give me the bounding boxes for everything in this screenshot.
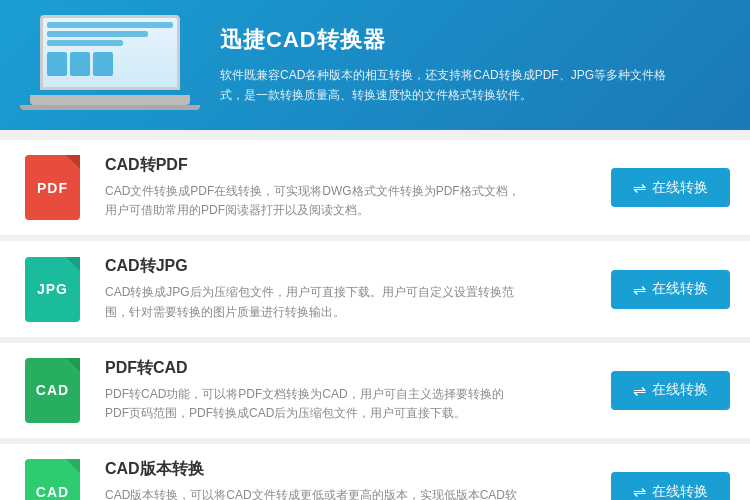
item-content-cad-to-pdf: CAD转PDF CAD文件转换成PDF在线转换，可实现将DWG格式文件转换为PD… [105,155,591,220]
convert-label-cad-to-jpg: 在线转换 [652,280,708,298]
item-content-pdf-to-cad: PDF转CAD PDF转CAD功能，可以将PDF文档转换为CAD，用户可自主义选… [105,358,591,423]
item-cad-to-jpg: JPG CAD转JPG CAD转换成JPG后为压缩包文件，用户可直接下载。用户可… [0,241,750,337]
item-desc-cad-to-pdf: CAD文件转换成PDF在线转换，可实现将DWG格式文件转换为PDF格式文档，用户… [105,182,525,220]
item-content-cad-version: CAD版本转换 CAD版本转换，可以将CAD文件转成更低或者更高的版本，实现低版… [105,459,591,500]
app-title: 迅捷CAD转换器 [220,25,680,55]
item-cad-version: CAD CAD版本转换 CAD版本转换，可以将CAD文件转成更低或者更高的版本，… [0,444,750,500]
convert-label-cad-to-pdf: 在线转换 [652,179,708,197]
pdf-label: PDF [37,180,68,196]
convert-icon-0: ⇌ [633,178,646,197]
item-content-cad-to-jpg: CAD转JPG CAD转换成JPG后为压缩包文件，用户可直接下载。用户可自定义设… [105,256,591,321]
item-cad-to-pdf: PDF CAD转PDF CAD文件转换成PDF在线转换，可实现将DWG格式文件转… [0,140,750,236]
file-icon-cad: CAD [25,358,80,423]
item-icon-pdf: PDF [20,155,85,220]
header-laptop-image [30,15,190,115]
convert-btn-cad-to-pdf[interactable]: ⇌ 在线转换 [611,168,730,207]
item-icon-jpg: JPG [20,257,85,322]
item-pdf-to-cad: CAD PDF转CAD PDF转CAD功能，可以将PDF文档转换为CAD，用户可… [0,343,750,439]
file-icon-cad2: CAD [25,459,80,500]
item-desc-cad-version: CAD版本转换，可以将CAD文件转成更低或者更高的版本，实现低版本CAD软件打开… [105,486,525,500]
item-icon-cad2: CAD [20,459,85,500]
items-container: PDF CAD转PDF CAD文件转换成PDF在线转换，可实现将DWG格式文件转… [0,130,750,500]
header: 迅捷CAD转换器 软件既兼容CAD各种版本的相互转换，还支持将CAD转换成PDF… [0,0,750,130]
convert-label-pdf-to-cad: 在线转换 [652,381,708,399]
item-title-cad-to-pdf: CAD转PDF [105,155,591,176]
cad-label: CAD [36,382,69,398]
item-title-pdf-to-cad: PDF转CAD [105,358,591,379]
convert-icon-3: ⇌ [633,482,646,500]
app-description: 软件既兼容CAD各种版本的相互转换，还支持将CAD转换成PDF、JPG等多种文件… [220,65,680,106]
convert-icon-1: ⇌ [633,280,646,299]
file-icon-jpg: JPG [25,257,80,322]
jpg-label: JPG [37,281,68,297]
item-title-cad-version: CAD版本转换 [105,459,591,480]
item-desc-cad-to-jpg: CAD转换成JPG后为压缩包文件，用户可直接下载。用户可自定义设置转换范围，针对… [105,283,525,321]
item-title-cad-to-jpg: CAD转JPG [105,256,591,277]
convert-btn-cad-version[interactable]: ⇌ 在线转换 [611,472,730,500]
header-text: 迅捷CAD转换器 软件既兼容CAD各种版本的相互转换，还支持将CAD转换成PDF… [220,25,680,106]
convert-label-cad-version: 在线转换 [652,483,708,500]
convert-btn-pdf-to-cad[interactable]: ⇌ 在线转换 [611,371,730,410]
convert-btn-cad-to-jpg[interactable]: ⇌ 在线转换 [611,270,730,309]
cad2-label: CAD [36,484,69,500]
item-desc-pdf-to-cad: PDF转CAD功能，可以将PDF文档转换为CAD，用户可自主义选择要转换的PDF… [105,385,525,423]
convert-icon-2: ⇌ [633,381,646,400]
file-icon-pdf: PDF [25,155,80,220]
item-icon-cad: CAD [20,358,85,423]
